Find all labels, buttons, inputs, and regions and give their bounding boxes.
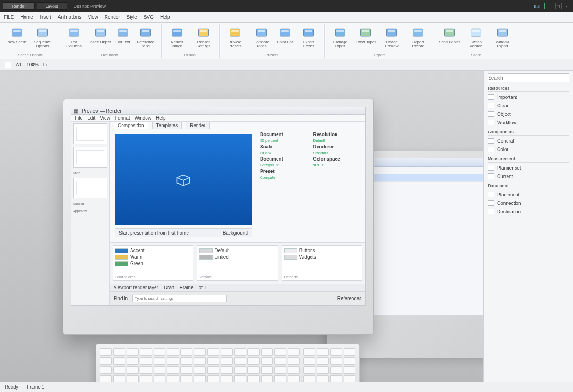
menu-render[interactable]: Render: [105, 15, 120, 20]
swatch-label: Warm: [130, 254, 142, 260]
inner-menu-help[interactable]: Help: [156, 115, 166, 121]
menu-home[interactable]: Home: [20, 15, 33, 20]
inner-tab-composition[interactable]: Composition: [114, 122, 148, 129]
svg-rect-32: [445, 29, 455, 36]
props-item[interactable]: Planner set: [488, 164, 569, 171]
svg-rect-14: [198, 29, 208, 36]
ribbon-package-button[interactable]: Package Export: [328, 25, 352, 49]
ribbon-device-button[interactable]: Device Preview: [380, 25, 403, 49]
ribbon-report-button[interactable]: Report Record: [406, 25, 430, 49]
ribbon-switch-button[interactable]: Switch Version: [464, 25, 488, 49]
qa-fit[interactable]: Fit: [43, 62, 49, 67]
thumb-1[interactable]: [73, 123, 107, 144]
ribbon-browse-button[interactable]: Browse Presets: [223, 25, 247, 49]
svg-rect-35: [472, 30, 480, 32]
props-item[interactable]: Object: [488, 111, 569, 117]
properties-search-input[interactable]: [488, 74, 569, 82]
inner-menu-edit[interactable]: Edit: [87, 115, 95, 121]
props-item-label: Color: [497, 147, 508, 152]
keyboard-key: [207, 357, 219, 365]
ribbon-effects-button[interactable]: Effect Types: [355, 25, 377, 49]
swatch-label: Green: [130, 261, 143, 266]
ribbon-new-scene-button[interactable]: New Scene: [7, 25, 28, 49]
title-tab-2[interactable]: Layout: [37, 2, 67, 10]
ribbon-group-scene-options: New SceneSequence OptionsScene Options: [3, 24, 58, 58]
inner-menu-view[interactable]: View: [100, 115, 110, 121]
props-item[interactable]: Color: [488, 146, 569, 153]
canvas-3d-viewport[interactable]: Selected Set up device Layers ▦ Preview …: [0, 71, 483, 392]
numpad-key: [303, 348, 315, 356]
inner-menu-window[interactable]: Window: [135, 115, 152, 121]
svg-rect-23: [305, 30, 312, 32]
titlebar: Render Layout Desktop Preview Edit – ▢ ×: [0, 0, 573, 12]
numpad-key: [330, 366, 342, 374]
inner-menu-file[interactable]: File: [75, 115, 82, 121]
menu-insert[interactable]: Insert: [40, 15, 51, 20]
ribbon-window-button[interactable]: Window Export: [491, 25, 514, 49]
svg-rect-27: [362, 30, 370, 32]
ribbon-send-button[interactable]: Send Copies: [438, 25, 461, 49]
menu-animations[interactable]: Animations: [58, 15, 81, 20]
ribbon-color-button[interactable]: Color Bar: [276, 25, 294, 49]
close-button[interactable]: ×: [564, 3, 570, 9]
ribbon-reference-button[interactable]: Reference Panel: [134, 25, 157, 49]
props-item[interactable]: Placement: [488, 191, 569, 198]
menu-help[interactable]: Help: [160, 15, 170, 20]
svg-rect-37: [499, 30, 506, 32]
title-tab-1[interactable]: Render: [3, 2, 35, 10]
qa-icon[interactable]: [5, 62, 11, 68]
ribbon-settings-button[interactable]: Render Settings: [192, 25, 215, 49]
props-item[interactable]: Connection: [488, 200, 569, 206]
hero-footer-right[interactable]: Background: [223, 230, 248, 236]
keyboard-key: [247, 357, 259, 365]
props-item[interactable]: Important: [488, 94, 569, 100]
props-item[interactable]: Clear: [488, 102, 569, 109]
thumb-3[interactable]: [73, 178, 107, 198]
props-item-icon: [488, 192, 494, 197]
inner-thumbnail-rail[interactable]: Slide 1 Section Appendix: [71, 122, 110, 305]
keyboard-key: [167, 366, 179, 374]
inner-tab-render[interactable]: Render: [186, 122, 210, 129]
keyboard-key: [180, 348, 192, 356]
keyboard-key: [127, 366, 139, 374]
props-item-icon: [488, 173, 494, 179]
maximize-button[interactable]: ▢: [555, 3, 562, 9]
inner-foot-right[interactable]: References: [337, 296, 361, 301]
inner-menu-format[interactable]: Format: [115, 115, 130, 121]
inner-search-input[interactable]: [132, 295, 227, 302]
keyboard-key: [180, 357, 192, 365]
menu-style[interactable]: Style: [127, 15, 137, 20]
menu-svg[interactable]: SVG: [144, 15, 154, 20]
keyboard-key: [113, 357, 125, 365]
ribbon-group-label: Render: [184, 53, 196, 57]
menu-view[interactable]: View: [88, 15, 98, 20]
ribbon-columns-button[interactable]: Text Columns: [62, 25, 86, 49]
minimize-button[interactable]: –: [547, 3, 553, 9]
props-item[interactable]: Current: [488, 173, 569, 180]
props-item[interactable]: General: [488, 138, 569, 144]
inner-tab-templates[interactable]: Templates: [152, 122, 182, 129]
ribbon-compare-button[interactable]: Compare Tones: [250, 25, 273, 49]
gallery-card[interactable]: ButtonsWidgetsElements: [282, 245, 362, 281]
props-item[interactable]: Destination: [488, 208, 569, 215]
qa-cell: A1: [16, 62, 22, 67]
ribbon-edit-button[interactable]: Edit Text: [115, 25, 131, 49]
ribbon-image-button[interactable]: Render Image: [165, 25, 189, 49]
ribbon-insert-button[interactable]: Insert Object: [89, 25, 112, 49]
ribbon-export-button[interactable]: Export Preset: [297, 25, 320, 49]
gallery-card[interactable]: DefaultLinkedVariants: [197, 245, 278, 281]
ribbon-group-label: Share: [471, 53, 481, 57]
qa-zoom[interactable]: 100%: [26, 62, 39, 67]
ribbon-open-button[interactable]: Sequence Options: [31, 25, 54, 49]
gallery-card[interactable]: AccentWarmGreenColor palettes: [113, 245, 193, 281]
inner-status-3: Frame 1 of 1: [180, 285, 207, 290]
inner-prop-value: Foreground: [260, 163, 310, 167]
inner-prop: Renderer: [313, 144, 363, 149]
hero-footer-left: Start presentation from first frame: [119, 230, 189, 236]
props-item[interactable]: Workflow: [488, 119, 569, 126]
menu-file[interactable]: FILE: [4, 15, 14, 20]
thumb-2[interactable]: [73, 147, 107, 168]
keyboard-key: [234, 348, 246, 356]
keyboard-key: [288, 366, 300, 374]
window-edit-button[interactable]: Edit: [530, 3, 545, 9]
